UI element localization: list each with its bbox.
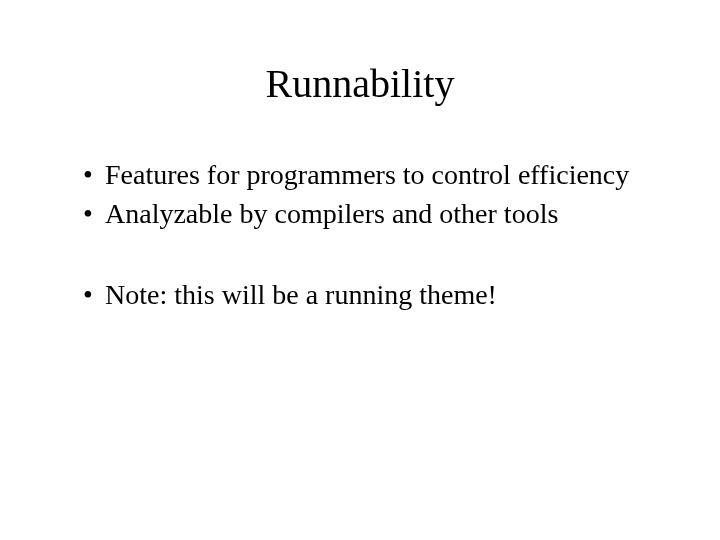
bullet-item: Note: this will be a running theme! [83,277,665,312]
bullet-item: Analyzable by compilers and other tools [83,196,665,231]
slide-title: Runnability [55,60,665,107]
spacer [55,235,665,277]
bullet-item: Features for programmers to control effi… [83,157,665,192]
bullet-list-note: Note: this will be a running theme! [55,277,665,312]
bullet-list-main: Features for programmers to control effi… [55,157,665,231]
